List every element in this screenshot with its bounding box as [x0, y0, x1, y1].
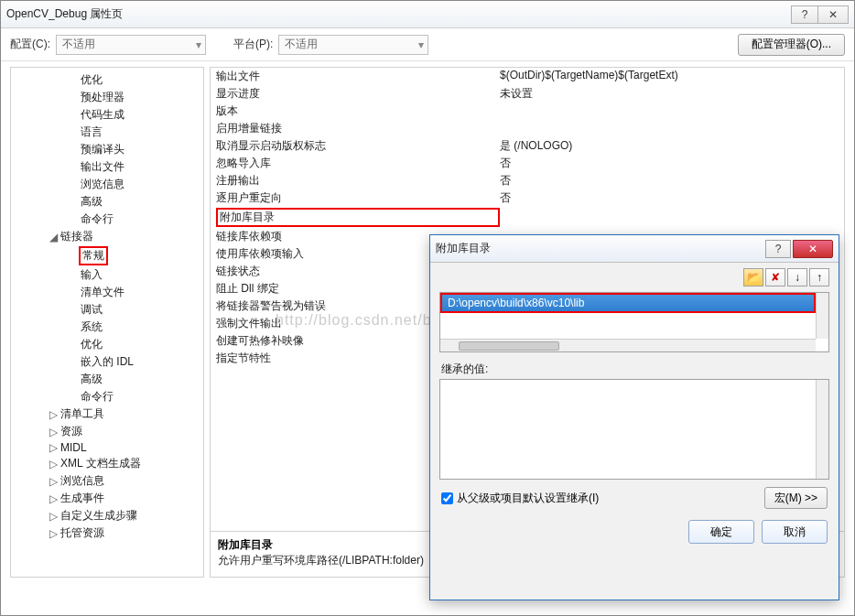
macros-button[interactable]: 宏(M) >>	[764, 487, 828, 509]
property-row[interactable]: 输出文件$(OutDir)$(TargetName)$(TargetExt)	[211, 68, 844, 85]
tree-item[interactable]: 预编译头	[11, 141, 203, 158]
tree-item[interactable]: ▷资源	[11, 423, 203, 440]
platform-combobox[interactable]: 不适用 ▾	[278, 35, 428, 55]
tree-item[interactable]: ▷浏览信息	[11, 472, 203, 490]
config-combobox[interactable]: 不适用 ▾	[56, 35, 206, 55]
property-row[interactable]: 取消显示启动版权标志是 (/NOLOGO)	[211, 137, 844, 155]
tree-item-label: 优化	[79, 72, 104, 88]
dialog-help-button[interactable]: ?	[765, 240, 791, 258]
tree-item[interactable]: 预处理器	[11, 89, 203, 106]
inherit-checkbox-input[interactable]	[441, 492, 453, 504]
tree-twisty-icon: ▷	[48, 527, 59, 540]
tree-item[interactable]: 输出文件	[11, 158, 203, 176]
tree-item-label: 浏览信息	[59, 473, 106, 489]
dialog-toolbar: 📂 ✘ ↓ ↑	[430, 263, 839, 292]
property-value: 否	[500, 173, 839, 189]
path-list-item[interactable]: D:\opencv\build\x86\vc10\lib	[442, 295, 814, 311]
tree-item[interactable]: ▷生成事件	[11, 490, 203, 507]
dialog-titlebar: 附加库目录 ? ✕	[430, 235, 839, 263]
property-row[interactable]: 忽略导入库否	[211, 155, 844, 172]
tree-item[interactable]: 浏览信息	[11, 176, 203, 193]
property-key: 附加库目录	[216, 208, 500, 227]
config-toolbar: 配置(C): 不适用 ▾ 平台(P): 不适用 ▾ 配置管理器(O)...	[1, 28, 854, 61]
property-row[interactable]: 逐用户重定向否	[211, 189, 844, 207]
property-row[interactable]: 启用增量链接	[211, 120, 844, 137]
window-title: OpenCV_Debug 属性页	[6, 6, 792, 22]
tree-item-label: 优化	[79, 337, 104, 352]
tree-item[interactable]: 高级	[11, 371, 203, 388]
property-row[interactable]: 附加库目录	[211, 207, 844, 228]
tree-item-label: 生成事件	[59, 491, 106, 506]
property-row[interactable]: 注册输出否	[211, 172, 844, 189]
tree-item-label: 预处理器	[79, 90, 126, 105]
tree-item[interactable]: 输入	[11, 266, 203, 284]
dialog-title: 附加库目录	[436, 241, 765, 256]
ok-button[interactable]: 确定	[688, 520, 754, 544]
tree-item[interactable]: 语言	[11, 124, 203, 141]
tree-item-label: 资源	[59, 424, 84, 439]
config-manager-button[interactable]: 配置管理器(O)...	[738, 34, 845, 56]
tree-twisty-icon: ▷	[48, 492, 59, 505]
tree-item-label: 浏览信息	[79, 177, 126, 192]
tree-item[interactable]: ▷托管资源	[11, 524, 203, 542]
tree-item-label: 高级	[79, 372, 104, 387]
tree-item[interactable]: 代码生成	[11, 106, 203, 124]
tree-item-label: 预编译头	[79, 142, 126, 157]
tree-item[interactable]: 高级	[11, 193, 203, 211]
property-key: 忽略导入库	[216, 156, 500, 171]
property-key: 版本	[216, 103, 500, 119]
property-key: 显示进度	[216, 86, 500, 102]
dialog-close-button[interactable]: ✕	[793, 240, 833, 258]
tree-item[interactable]: ◢链接器	[11, 228, 203, 245]
tree-item[interactable]: 系统	[11, 319, 203, 336]
tree-item-label: 命令行	[79, 389, 115, 405]
tree-twisty-icon: ▷	[48, 441, 59, 454]
nav-tree[interactable]: 优化预处理器代码生成语言预编译头输出文件浏览信息高级命令行◢链接器常规输入清单文…	[10, 67, 204, 578]
tree-item[interactable]: 命令行	[11, 388, 203, 405]
tree-item[interactable]: ▷MIDL	[11, 440, 203, 455]
cancel-button[interactable]: 取消	[762, 520, 828, 544]
tree-twisty-icon: ▷	[48, 458, 59, 470]
tree-twisty-icon: ▷	[48, 426, 59, 438]
delete-icon[interactable]: ✘	[765, 268, 785, 286]
platform-label: 平台(P):	[233, 37, 273, 52]
scrollbar-vertical[interactable]	[816, 380, 828, 479]
tree-twisty-icon: ◢	[48, 231, 59, 243]
tree-item-label: 高级	[79, 194, 104, 210]
property-row[interactable]: 版本	[211, 103, 844, 120]
property-key: 取消显示启动版权标志	[216, 138, 500, 154]
folder-open-icon[interactable]: 📂	[743, 268, 763, 286]
tree-item[interactable]: 优化	[11, 336, 203, 353]
additional-lib-dirs-dialog: 附加库目录 ? ✕ 📂 ✘ ↓ ↑ D:\opencv\build\x86\vc…	[429, 234, 839, 600]
property-value	[500, 208, 839, 227]
property-value	[500, 121, 839, 136]
inherited-values-box	[439, 379, 829, 480]
tree-item[interactable]: 常规	[11, 245, 203, 266]
path-list[interactable]: D:\opencv\build\x86\vc10\lib	[439, 292, 829, 352]
property-row[interactable]: 显示进度未设置	[211, 85, 844, 103]
scrollbar-horizontal[interactable]	[440, 339, 816, 351]
tree-item[interactable]: 清单文件	[11, 284, 203, 301]
tree-item-label: 代码生成	[79, 107, 126, 123]
inherited-label: 继承的值:	[441, 362, 828, 377]
help-button[interactable]: ?	[791, 5, 818, 24]
tree-item-label: 链接器	[59, 229, 95, 244]
tree-item-label: 输出文件	[79, 159, 126, 175]
property-value: 未设置	[500, 86, 839, 102]
property-key: 注册输出	[216, 173, 500, 189]
scrollbar-vertical[interactable]	[816, 293, 828, 339]
tree-item[interactable]: ▷自定义生成步骤	[11, 507, 203, 524]
tree-item[interactable]: ▷XML 文档生成器	[11, 455, 203, 472]
tree-item[interactable]: 嵌入的 IDL	[11, 353, 203, 371]
inherit-checkbox[interactable]: 从父级或项目默认设置继承(I)	[441, 491, 757, 506]
tree-item-label: 常规	[79, 246, 108, 265]
tree-item-label: 命令行	[79, 211, 115, 227]
tree-item[interactable]: ▷清单工具	[11, 405, 203, 423]
close-button[interactable]: ✕	[817, 5, 849, 24]
tree-item[interactable]: 调试	[11, 301, 203, 319]
tree-item[interactable]: 命令行	[11, 211, 203, 228]
move-down-icon[interactable]: ↓	[787, 268, 807, 286]
property-key: 逐用户重定向	[216, 190, 500, 206]
tree-item[interactable]: 优化	[11, 71, 203, 89]
move-up-icon[interactable]: ↑	[809, 268, 829, 286]
